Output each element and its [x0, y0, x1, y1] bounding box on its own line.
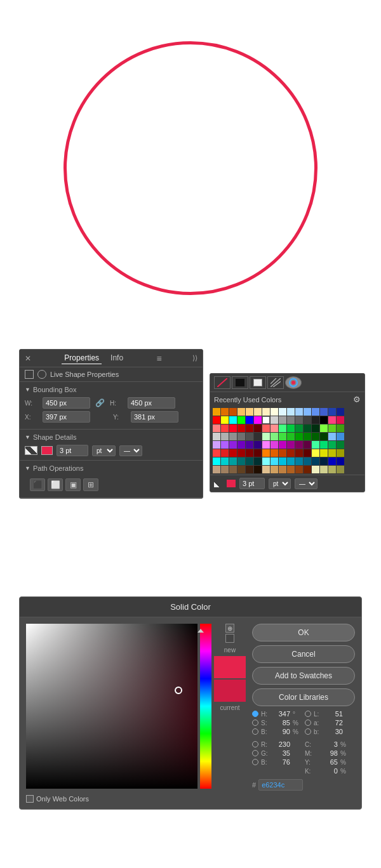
swatch[interactable] — [229, 441, 237, 449]
swatch[interactable] — [304, 433, 311, 440]
swatch[interactable] — [279, 416, 286, 424]
swatch[interactable] — [246, 457, 253, 465]
swatch[interactable] — [213, 466, 220, 473]
path-op-unite[interactable]: ⬛ — [30, 478, 45, 491]
swatch[interactable] — [320, 424, 328, 432]
swatch[interactable] — [262, 424, 270, 432]
swatch[interactable] — [262, 416, 270, 424]
swatch[interactable] — [304, 416, 311, 424]
swatch[interactable] — [221, 466, 229, 473]
swatch[interactable] — [229, 408, 237, 416]
swatch[interactable] — [279, 424, 286, 432]
ok-button[interactable]: OK — [252, 624, 355, 641]
eyedropper-icon[interactable]: ⊕ — [225, 624, 234, 633]
swatch[interactable] — [213, 457, 220, 465]
swatch[interactable] — [254, 466, 262, 473]
a-radio[interactable] — [305, 720, 311, 726]
swatch[interactable] — [279, 408, 286, 416]
cancel-button[interactable]: Cancel — [252, 645, 355, 663]
swatch[interactable] — [328, 424, 336, 432]
add-to-swatches-button[interactable]: Add to Swatches — [252, 667, 355, 685]
tab-info[interactable]: Info — [108, 352, 126, 364]
swatch[interactable] — [328, 441, 336, 449]
swatch[interactable] — [271, 449, 278, 457]
swatch[interactable] — [337, 408, 344, 416]
swatch[interactable] — [213, 416, 220, 424]
stroke-size-input[interactable] — [57, 445, 88, 456]
swatch[interactable] — [279, 433, 286, 440]
swatch[interactable] — [262, 457, 270, 465]
swatch[interactable] — [262, 408, 270, 416]
link-wh-icon[interactable]: 🔗 — [95, 398, 105, 407]
only-web-colors-checkbox[interactable] — [26, 795, 34, 803]
swatch[interactable] — [246, 408, 253, 416]
footer-stroke-size[interactable] — [239, 478, 265, 489]
swatch[interactable] — [312, 449, 319, 457]
swatch[interactable] — [287, 416, 295, 424]
swatch[interactable] — [254, 408, 262, 416]
swatch[interactable] — [213, 424, 220, 432]
swatch[interactable] — [229, 424, 237, 432]
swatch[interactable] — [337, 416, 344, 424]
swatch[interactable] — [312, 457, 319, 465]
swatch[interactable] — [295, 433, 303, 440]
current-color-box[interactable] — [214, 680, 246, 702]
swatch[interactable] — [237, 457, 245, 465]
swatch[interactable] — [279, 441, 286, 449]
swatch[interactable] — [328, 408, 336, 416]
swatch[interactable] — [320, 449, 328, 457]
swatch[interactable] — [221, 408, 229, 416]
tab-properties[interactable]: Properties — [62, 352, 102, 364]
bounding-box-arrow[interactable]: ▼ — [25, 386, 30, 393]
color-field[interactable] — [26, 624, 197, 789]
swatch[interactable] — [320, 466, 328, 473]
path-op-intersect[interactable]: ▣ — [65, 478, 81, 491]
panel-expand-icon[interactable]: ⟩⟩ — [192, 354, 197, 362]
swatch[interactable] — [246, 441, 253, 449]
swatch[interactable] — [213, 408, 220, 416]
swatch[interactable] — [221, 424, 229, 432]
path-op-minus-front[interactable]: ⬜ — [48, 478, 63, 491]
swatch[interactable] — [246, 424, 253, 432]
stroke-color-box[interactable] — [41, 446, 53, 455]
swatch[interactable] — [221, 433, 229, 440]
swatch[interactable] — [246, 416, 253, 424]
footer-fill-icon[interactable] — [214, 480, 223, 487]
swatch[interactable] — [229, 449, 237, 457]
swatch[interactable] — [246, 466, 253, 473]
swatch[interactable] — [229, 433, 237, 440]
swatch[interactable] — [271, 466, 278, 473]
h-radio[interactable] — [252, 711, 258, 717]
footer-stroke-unit[interactable]: pt — [269, 478, 291, 489]
swatch[interactable] — [337, 466, 344, 473]
path-ops-arrow[interactable]: ▼ — [25, 465, 30, 471]
color-libraries-button[interactable]: Color Libraries — [252, 688, 355, 706]
h-input[interactable] — [128, 397, 175, 409]
swatch[interactable] — [295, 424, 303, 432]
swatch[interactable] — [320, 441, 328, 449]
swatch[interactable] — [237, 433, 245, 440]
spectrum-bar[interactable] — [200, 624, 211, 789]
swatch[interactable] — [320, 457, 328, 465]
g-radio[interactable] — [252, 750, 258, 756]
swatch[interactable] — [254, 457, 262, 465]
r-radio[interactable] — [252, 741, 258, 747]
swatch[interactable] — [304, 466, 311, 473]
color-mode-black[interactable] — [232, 376, 248, 389]
path-op-exclude[interactable]: ⊞ — [83, 478, 98, 491]
w-input[interactable] — [43, 397, 90, 409]
swatch[interactable] — [320, 433, 328, 440]
swatch[interactable] — [221, 416, 229, 424]
swatch[interactable] — [295, 466, 303, 473]
swatch[interactable] — [295, 416, 303, 424]
swatch[interactable] — [337, 449, 344, 457]
swatch[interactable] — [328, 416, 336, 424]
swatch[interactable] — [337, 441, 344, 449]
swatches-gear-icon[interactable]: ⚙ — [353, 395, 361, 404]
swatch[interactable] — [221, 441, 229, 449]
swatch[interactable] — [213, 433, 220, 440]
swatch[interactable] — [254, 416, 262, 424]
swatch[interactable] — [262, 433, 270, 440]
swatch[interactable] — [328, 449, 336, 457]
swatch[interactable] — [295, 441, 303, 449]
